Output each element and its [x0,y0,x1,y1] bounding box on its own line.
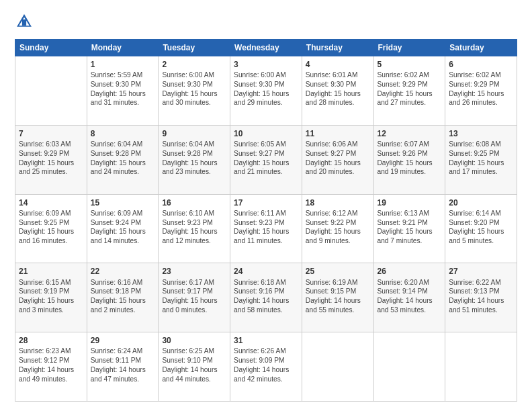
day-info: Sunrise: 6:04 AMSunset: 9:28 PMDaylight:… [162,140,226,177]
day-number: 17 [234,197,298,208]
weekday-saturday: Saturday [445,40,517,56]
day-cell: 22Sunrise: 6:16 AMSunset: 9:18 PMDayligh… [87,263,159,332]
weekday-thursday: Thursday [302,40,373,56]
day-number: 28 [19,335,83,346]
day-cell: 21Sunrise: 6:15 AMSunset: 9:19 PMDayligh… [15,263,87,332]
day-cell [373,332,445,402]
day-cell: 17Sunrise: 6:11 AMSunset: 9:23 PMDayligh… [230,194,302,263]
day-number: 12 [378,128,442,139]
day-number: 6 [449,59,513,70]
day-info: Sunrise: 6:19 AMSunset: 9:15 PMDaylight:… [306,278,370,315]
day-info: Sunrise: 5:59 AMSunset: 9:30 PMDaylight:… [91,71,155,107]
day-number: 24 [234,266,298,277]
day-number: 23 [162,266,226,277]
day-number: 27 [449,266,513,277]
day-info: Sunrise: 6:15 AMSunset: 9:19 PMDaylight:… [19,278,83,315]
day-cell: 11Sunrise: 6:06 AMSunset: 9:27 PMDayligh… [302,125,373,194]
weekday-header-row: SundayMondayTuesdayWednesdayThursdayFrid… [15,40,517,56]
day-cell: 9Sunrise: 6:04 AMSunset: 9:28 PMDaylight… [159,125,230,194]
day-cell: 27Sunrise: 6:22 AMSunset: 9:13 PMDayligh… [445,263,517,332]
day-number: 20 [449,197,513,208]
day-info: Sunrise: 6:22 AMSunset: 9:13 PMDaylight:… [449,278,513,315]
day-cell: 8Sunrise: 6:04 AMSunset: 9:28 PMDaylight… [87,125,159,194]
day-cell: 2Sunrise: 6:00 AMSunset: 9:30 PMDaylight… [159,56,230,126]
day-number: 13 [449,128,513,139]
day-cell: 13Sunrise: 6:08 AMSunset: 9:25 PMDayligh… [445,125,517,194]
day-cell: 31Sunrise: 6:26 AMSunset: 9:09 PMDayligh… [230,332,302,402]
day-cell: 20Sunrise: 6:14 AMSunset: 9:20 PMDayligh… [445,194,517,263]
day-info: Sunrise: 6:18 AMSunset: 9:16 PMDaylight:… [234,278,298,315]
day-info: Sunrise: 6:24 AMSunset: 9:11 PMDaylight:… [91,347,155,383]
day-cell: 23Sunrise: 6:17 AMSunset: 9:17 PMDayligh… [159,263,230,332]
day-number: 26 [378,266,442,277]
weekday-tuesday: Tuesday [159,40,230,56]
day-number: 4 [306,59,370,70]
page: SundayMondayTuesdayWednesdayThursdayFrid… [0,0,532,411]
day-cell: 25Sunrise: 6:19 AMSunset: 9:15 PMDayligh… [302,263,373,332]
day-info: Sunrise: 6:09 AMSunset: 9:24 PMDaylight:… [91,209,155,246]
day-cell: 5Sunrise: 6:02 AMSunset: 9:29 PMDaylight… [373,56,445,126]
day-info: Sunrise: 6:07 AMSunset: 9:26 PMDaylight:… [378,140,442,177]
day-number: 8 [91,128,155,139]
day-cell: 4Sunrise: 6:01 AMSunset: 9:30 PMDaylight… [302,56,373,126]
day-cell: 10Sunrise: 6:05 AMSunset: 9:27 PMDayligh… [230,125,302,194]
day-info: Sunrise: 6:12 AMSunset: 9:22 PMDaylight:… [306,209,370,246]
day-cell: 28Sunrise: 6:23 AMSunset: 9:12 PMDayligh… [15,332,87,402]
weekday-sunday: Sunday [15,40,87,56]
calendar-body: 1Sunrise: 5:59 AMSunset: 9:30 PMDaylight… [15,56,517,402]
day-cell: 15Sunrise: 6:09 AMSunset: 9:24 PMDayligh… [87,194,159,263]
logo [15,12,36,31]
day-info: Sunrise: 6:09 AMSunset: 9:25 PMDaylight:… [19,209,83,246]
day-info: Sunrise: 6:06 AMSunset: 9:27 PMDaylight:… [306,140,370,177]
day-cell: 24Sunrise: 6:18 AMSunset: 9:16 PMDayligh… [230,263,302,332]
logo-icon [15,12,34,31]
day-info: Sunrise: 6:11 AMSunset: 9:23 PMDaylight:… [234,209,298,246]
day-number: 19 [378,197,442,208]
weekday-friday: Friday [373,40,445,56]
day-cell: 18Sunrise: 6:12 AMSunset: 9:22 PMDayligh… [302,194,373,263]
day-number: 25 [306,266,370,277]
day-cell [15,56,87,126]
day-info: Sunrise: 6:16 AMSunset: 9:18 PMDaylight:… [91,278,155,315]
day-cell: 16Sunrise: 6:10 AMSunset: 9:23 PMDayligh… [159,194,230,263]
day-number: 16 [162,197,226,208]
day-cell: 7Sunrise: 6:03 AMSunset: 9:29 PMDaylight… [15,125,87,194]
day-number: 7 [19,128,83,139]
day-info: Sunrise: 6:14 AMSunset: 9:20 PMDaylight:… [449,209,513,246]
day-info: Sunrise: 6:23 AMSunset: 9:12 PMDaylight:… [19,347,83,383]
day-cell: 29Sunrise: 6:24 AMSunset: 9:11 PMDayligh… [87,332,159,402]
day-info: Sunrise: 6:01 AMSunset: 9:30 PMDaylight:… [306,71,370,107]
day-cell: 1Sunrise: 5:59 AMSunset: 9:30 PMDaylight… [87,56,159,126]
day-number: 22 [91,266,155,277]
day-cell: 12Sunrise: 6:07 AMSunset: 9:26 PMDayligh… [373,125,445,194]
day-cell: 14Sunrise: 6:09 AMSunset: 9:25 PMDayligh… [15,194,87,263]
day-number: 1 [91,59,155,70]
header [15,12,517,31]
day-info: Sunrise: 6:03 AMSunset: 9:29 PMDaylight:… [19,140,83,177]
day-number: 18 [306,197,370,208]
day-number: 14 [19,197,83,208]
week-row-3: 14Sunrise: 6:09 AMSunset: 9:25 PMDayligh… [15,194,517,263]
week-row-1: 1Sunrise: 5:59 AMSunset: 9:30 PMDaylight… [15,56,517,126]
day-info: Sunrise: 6:25 AMSunset: 9:10 PMDaylight:… [162,347,226,383]
day-info: Sunrise: 6:20 AMSunset: 9:14 PMDaylight:… [378,278,442,315]
day-cell [302,332,373,402]
weekday-monday: Monday [87,40,159,56]
day-info: Sunrise: 6:02 AMSunset: 9:29 PMDaylight:… [378,71,442,107]
day-info: Sunrise: 6:26 AMSunset: 9:09 PMDaylight:… [234,347,298,383]
day-info: Sunrise: 6:05 AMSunset: 9:27 PMDaylight:… [234,140,298,177]
day-number: 9 [162,128,226,139]
day-info: Sunrise: 6:08 AMSunset: 9:25 PMDaylight:… [449,140,513,177]
day-number: 29 [91,335,155,346]
day-number: 5 [378,59,442,70]
day-info: Sunrise: 6:00 AMSunset: 9:30 PMDaylight:… [162,71,226,107]
day-info: Sunrise: 6:10 AMSunset: 9:23 PMDaylight:… [162,209,226,246]
day-info: Sunrise: 6:00 AMSunset: 9:30 PMDaylight:… [234,71,298,107]
calendar: SundayMondayTuesdayWednesdayThursdayFrid… [15,39,517,402]
week-row-5: 28Sunrise: 6:23 AMSunset: 9:12 PMDayligh… [15,332,517,402]
day-number: 2 [162,59,226,70]
day-cell: 26Sunrise: 6:20 AMSunset: 9:14 PMDayligh… [373,263,445,332]
day-number: 15 [91,197,155,208]
day-cell: 30Sunrise: 6:25 AMSunset: 9:10 PMDayligh… [159,332,230,402]
day-number: 3 [234,59,298,70]
